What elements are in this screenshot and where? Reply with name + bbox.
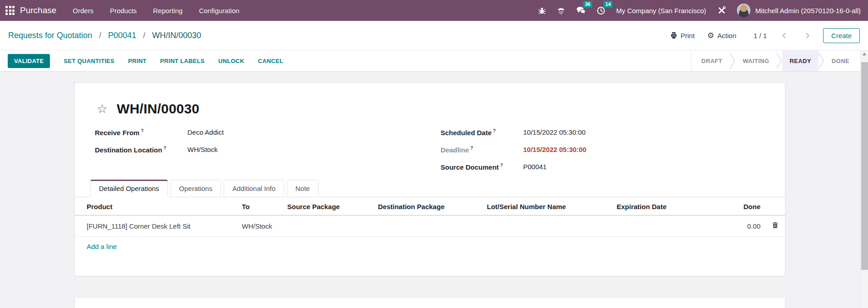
column-header-source-package[interactable]: Source Package [284, 197, 374, 215]
chevron-left-icon[interactable] [782, 33, 788, 39]
action-menu-button[interactable]: ⚙ Action [707, 32, 736, 39]
unlock-button[interactable]: UNLOCK [218, 58, 244, 64]
tools-icon[interactable] [717, 4, 726, 17]
statusbar: VALIDATE SET QUANTITIES PRINT PRINT LABE… [0, 50, 868, 72]
content-area: ☆ WH/IN/00030 Receive From? Deco Addict … [0, 72, 868, 308]
stage-draft[interactable]: DRAFT [694, 50, 730, 71]
printer-icon [670, 32, 677, 39]
column-header-done[interactable]: Done [704, 197, 764, 215]
trash-icon[interactable] [772, 222, 779, 229]
destination-location-field[interactable]: WH/Stock [187, 146, 441, 154]
column-header-expiration-date[interactable]: Expiration Date [613, 197, 704, 215]
pager-counter[interactable]: 1 / 1 [754, 32, 767, 39]
scheduled-date-field[interactable]: 10/15/2022 05:30:00 [523, 128, 765, 137]
help-icon: ? [500, 163, 503, 168]
main-menu: Orders Products Reporting Configuration [73, 7, 239, 15]
top-navbar: Purchase Orders Products Reporting Confi… [0, 0, 868, 21]
add-a-line-link[interactable]: Add a line [75, 237, 785, 257]
breadcrumb-p00041[interactable]: P00041 [108, 31, 136, 40]
stage-chevron-icon [730, 53, 736, 69]
tab-additional-info[interactable]: Additional Info [224, 180, 284, 197]
column-header-to[interactable]: To [238, 197, 284, 215]
action-label: Action [717, 32, 736, 39]
chevron-right-icon[interactable] [804, 33, 809, 39]
breadcrumb-requests-for-quotation[interactable]: Requests for Quotation [8, 31, 92, 40]
print-menu-button[interactable]: Print [670, 32, 695, 39]
field-group: Receive From? Deco Addict Destination Lo… [95, 128, 765, 171]
company-switcher[interactable]: My Company (San Francisco) [616, 7, 706, 15]
menu-reporting[interactable]: Reporting [153, 7, 182, 15]
record-title[interactable]: WH/IN/00030 [117, 101, 199, 117]
cell-destination-package[interactable] [374, 215, 483, 237]
breadcrumb-separator: / [99, 31, 101, 40]
receive-from-field[interactable]: Deco Addict [187, 128, 441, 137]
form-sheet: ☆ WH/IN/00030 Receive From? Deco Addict … [74, 83, 785, 276]
stage-chevron-icon [776, 53, 782, 69]
print-label: Print [681, 32, 695, 39]
clock-icon[interactable]: 14 [597, 4, 605, 17]
activities-badge: 14 [603, 1, 613, 8]
cell-source-package[interactable] [284, 215, 374, 237]
control-panel: Requests for Quotation / P00041 / WH/IN/… [0, 21, 868, 50]
bug-icon[interactable] [538, 4, 546, 17]
stage-chevron-icon [819, 53, 824, 69]
source-document-field[interactable]: P00041 [523, 163, 765, 171]
stage-ready[interactable]: READY [782, 50, 819, 71]
stage-pipeline: DRAFT WAITING READY DONE [691, 50, 857, 71]
source-document-label: Source Document? [441, 163, 523, 171]
gear-icon: ⚙ [707, 32, 714, 39]
stage-done[interactable]: DONE [824, 50, 857, 71]
table-row[interactable]: [FURN_1118] Corner Desk Left Sit WH/Stoc… [75, 215, 785, 237]
column-header-product[interactable]: Product [75, 197, 238, 215]
stage-waiting[interactable]: WAITING [736, 50, 776, 71]
apps-grid-icon[interactable] [5, 6, 15, 15]
receive-from-label: Receive From? [95, 128, 187, 137]
breadcrumb-separator: / [143, 31, 145, 40]
odoo-window: Purchase Orders Products Reporting Confi… [0, 0, 868, 308]
breadcrumb: Requests for Quotation / P00041 / WH/IN/… [8, 31, 201, 40]
menu-products[interactable]: Products [110, 7, 137, 15]
help-icon: ? [163, 146, 166, 151]
detailed-operations-table: Product To Source Package Destination Pa… [75, 197, 785, 237]
cancel-button[interactable]: CANCEL [258, 58, 283, 64]
breadcrumb-current: WH/IN/00030 [152, 31, 201, 40]
notebook-tabs: Detailed Operations Operations Additiona… [75, 180, 785, 197]
deadline-label: Deadline? [441, 146, 523, 154]
messages-badge: 36 [583, 1, 592, 8]
help-icon: ? [141, 128, 143, 133]
cell-expiration-date[interactable] [613, 215, 704, 237]
scroll-up-icon[interactable] [861, 50, 868, 58]
destination-location-label: Destination Location? [95, 146, 187, 154]
favorite-star-icon[interactable]: ☆ [97, 103, 108, 115]
create-button[interactable]: Create [823, 28, 860, 43]
column-header-lot-serial[interactable]: Lot/Serial Number Name [483, 197, 613, 215]
user-menu[interactable]: Mitchell Admin (20570120-16-0-all) [737, 4, 861, 17]
chat-icon[interactable]: 36 [576, 4, 586, 17]
cell-to[interactable]: WH/Stock [238, 215, 284, 237]
menu-orders[interactable]: Orders [73, 7, 93, 15]
user-avatar [737, 4, 750, 17]
cell-product[interactable]: [FURN_1118] Corner Desk Left Sit [75, 215, 238, 237]
table-header-row: Product To Source Package Destination Pa… [75, 197, 785, 215]
scheduled-date-label: Scheduled Date? [441, 128, 523, 137]
column-header-destination-package[interactable]: Destination Package [374, 197, 483, 215]
cell-lot-serial[interactable] [483, 215, 613, 237]
tab-operations[interactable]: Operations [171, 180, 221, 197]
scrollbar-thumb[interactable] [861, 62, 868, 270]
print-button[interactable]: PRINT [128, 58, 147, 64]
user-name: Mitchell Admin (20570120-16-0-all) [755, 7, 861, 15]
tab-detailed-operations[interactable]: Detailed Operations [90, 180, 168, 197]
print-labels-button[interactable]: PRINT LABELS [160, 58, 205, 64]
set-quantities-button[interactable]: SET QUANTITIES [64, 58, 114, 64]
deadline-field[interactable]: 10/15/2022 05:30:00 [523, 146, 765, 154]
app-name-purchase[interactable]: Purchase [20, 5, 56, 15]
cell-done[interactable]: 0.00 [704, 215, 764, 237]
column-header-actions [764, 197, 785, 215]
phone-icon[interactable] [557, 4, 565, 17]
help-icon: ? [471, 146, 473, 151]
help-icon: ? [493, 128, 496, 133]
menu-configuration[interactable]: Configuration [199, 7, 239, 15]
tab-note[interactable]: Note [287, 180, 319, 197]
vertical-scrollbar[interactable] [860, 50, 868, 308]
validate-button[interactable]: VALIDATE [8, 54, 50, 68]
